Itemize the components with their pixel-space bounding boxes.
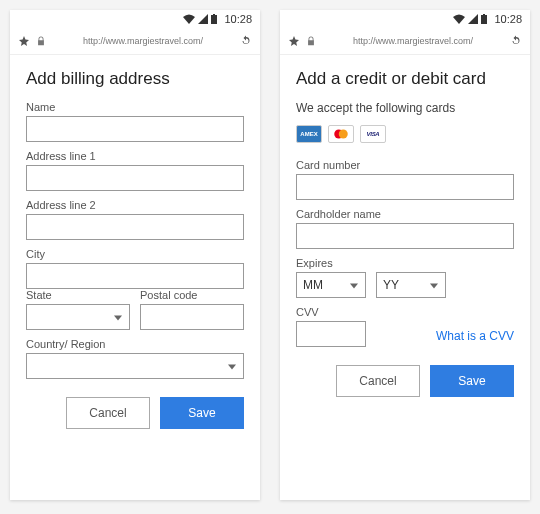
- url-text[interactable]: http://www.margiestravel.com/: [52, 36, 234, 46]
- label-cardnum: Card number: [296, 159, 514, 171]
- wifi-icon: [183, 14, 195, 24]
- status-icons: [183, 14, 217, 24]
- url-bar: http://www.margiestravel.com/: [10, 28, 260, 55]
- what-is-cvv-link[interactable]: What is a CVV: [436, 329, 514, 347]
- cell-signal-icon: [198, 14, 208, 24]
- label-postal: Postal code: [140, 289, 244, 301]
- select-month[interactable]: MM: [296, 272, 366, 298]
- select-state[interactable]: [26, 304, 130, 330]
- amex-card-icon: AMEX: [296, 125, 322, 143]
- label-cvv: CVV: [296, 306, 514, 318]
- select-country[interactable]: [26, 353, 244, 379]
- refresh-icon[interactable]: [510, 35, 522, 47]
- url-bar: http://www.margiestravel.com/: [280, 28, 530, 55]
- url-text[interactable]: http://www.margiestravel.com/: [322, 36, 504, 46]
- label-name: Name: [26, 101, 244, 113]
- select-year[interactable]: YY: [376, 272, 446, 298]
- battery-icon: [211, 14, 217, 24]
- svg-point-5: [339, 130, 348, 139]
- label-holder: Cardholder name: [296, 208, 514, 220]
- input-postal[interactable]: [140, 304, 244, 330]
- input-addr2[interactable]: [26, 214, 244, 240]
- lock-icon: [306, 35, 316, 47]
- status-time: 10:28: [224, 13, 252, 25]
- phone-credit-card: 10:28 http://www.margiestravel.com/ Add …: [280, 10, 530, 500]
- refresh-icon[interactable]: [240, 35, 252, 47]
- label-addr1: Address line 1: [26, 150, 244, 162]
- card-form: Add a credit or debit card We accept the…: [280, 55, 530, 500]
- save-button[interactable]: Save: [430, 365, 514, 397]
- card-logos: AMEX VISA: [296, 125, 514, 143]
- label-city: City: [26, 248, 244, 260]
- input-cvv[interactable]: [296, 321, 366, 347]
- input-holder[interactable]: [296, 223, 514, 249]
- lock-icon: [36, 35, 46, 47]
- visa-card-icon: VISA: [360, 125, 386, 143]
- input-city[interactable]: [26, 263, 244, 289]
- status-bar: 10:28: [10, 10, 260, 28]
- star-icon[interactable]: [288, 35, 300, 47]
- page-title: Add billing address: [26, 69, 244, 89]
- cancel-button[interactable]: Cancel: [66, 397, 150, 429]
- cell-signal-icon: [468, 14, 478, 24]
- label-addr2: Address line 2: [26, 199, 244, 211]
- svg-rect-3: [483, 14, 485, 15]
- svg-rect-2: [481, 15, 487, 24]
- svg-rect-1: [213, 14, 215, 15]
- wifi-icon: [453, 14, 465, 24]
- status-time: 10:28: [494, 13, 522, 25]
- save-button[interactable]: Save: [160, 397, 244, 429]
- label-country: Country/ Region: [26, 338, 244, 350]
- star-icon[interactable]: [18, 35, 30, 47]
- status-bar: 10:28: [280, 10, 530, 28]
- cancel-button[interactable]: Cancel: [336, 365, 420, 397]
- input-name[interactable]: [26, 116, 244, 142]
- svg-rect-0: [211, 15, 217, 24]
- status-icons: [453, 14, 487, 24]
- mastercard-icon: [328, 125, 354, 143]
- billing-form: Add billing address Name Address line 1 …: [10, 55, 260, 500]
- page-title: Add a credit or debit card: [296, 69, 514, 89]
- label-state: State: [26, 289, 130, 301]
- input-addr1[interactable]: [26, 165, 244, 191]
- battery-icon: [481, 14, 487, 24]
- accept-text: We accept the following cards: [296, 101, 514, 115]
- phone-billing-address: 10:28 http://www.margiestravel.com/ Add …: [10, 10, 260, 500]
- label-expires: Expires: [296, 257, 514, 269]
- input-cardnum[interactable]: [296, 174, 514, 200]
